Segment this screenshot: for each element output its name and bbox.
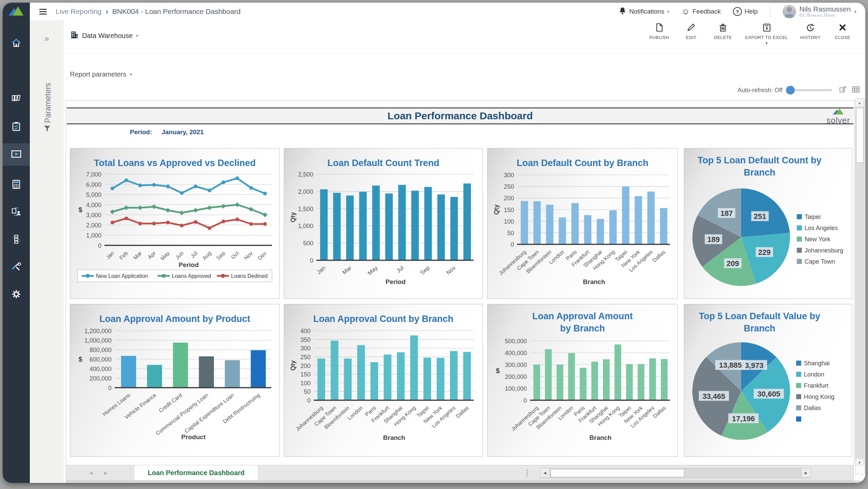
horizontal-scrollbar[interactable]: ◀ ▶ (540, 468, 811, 478)
data-source-label: Data Warehouse (82, 32, 133, 40)
settings-gear-icon (11, 289, 21, 301)
svg-text:Cape Town: Cape Town (805, 258, 835, 265)
scroll-right-icon[interactable]: ▶ (801, 468, 810, 477)
tab-splitter-handle[interactable] (527, 469, 528, 477)
svg-text:250: 250 (504, 183, 514, 190)
edit-button[interactable]: EDIT (681, 23, 701, 45)
table-view-icon[interactable] (852, 86, 860, 95)
chart-loan-approval-amount-by-product: Loan Approval Amount by Product0200,0004… (70, 304, 280, 457)
sidebar-item-hierarchy[interactable] (3, 229, 30, 251)
history-button[interactable]: HISTORY (800, 23, 821, 45)
svg-text:0: 0 (310, 257, 313, 264)
svg-text:50: 50 (304, 388, 311, 395)
svg-text:Loan Default Count by Branch: Loan Default Count by Branch (517, 158, 649, 168)
solver-logo-text: solver (826, 117, 850, 124)
svg-text:Product: Product (181, 433, 206, 441)
svg-text:Oct: Oct (230, 250, 240, 260)
report-action-bar: Data Warehouse ▾ PUBLISH EDIT DELETE X E… (64, 20, 865, 53)
svg-text:1,500: 1,500 (298, 206, 313, 212)
user-account: 01. Banking Demo (800, 13, 851, 18)
sidebar-item-admin-tools[interactable] (3, 256, 30, 279)
svg-text:200,000: 200,000 (505, 373, 527, 380)
auto-refresh-slider-knob[interactable] (786, 86, 795, 95)
dashboard-document: Loan Performance Dashboard solver Period… (66, 100, 854, 466)
svg-text:Jan: Jan (105, 250, 115, 260)
bell-icon (618, 7, 627, 17)
svg-text:600,000: 600,000 (90, 356, 112, 363)
scroll-left-icon[interactable]: ◀ (540, 468, 550, 477)
svg-text:200: 200 (300, 363, 311, 369)
sidebar-item-tasks[interactable] (3, 116, 30, 138)
svg-text:30,605: 30,605 (757, 390, 780, 398)
calculator-icon (11, 179, 21, 191)
sidebar-item-home[interactable] (3, 33, 30, 55)
report-parameters-toggle[interactable]: Report parameters ▾ (70, 70, 132, 78)
popout-icon[interactable] (839, 85, 847, 95)
vertical-scrollbar-thumb[interactable] (856, 108, 864, 163)
divider (770, 6, 770, 17)
scroll-up-icon[interactable]: ▲ (855, 99, 864, 107)
svg-text:Dec: Dec (257, 250, 268, 261)
svg-text:Qty: Qty (290, 360, 296, 370)
breadcrumb-section[interactable]: Live Reporting (56, 7, 101, 16)
sheet-tab-active[interactable]: Loan Performance Dashboard (134, 465, 258, 480)
top-bar: Live Reporting › BNK004 - Loan Performan… (30, 3, 865, 21)
svg-text:33,465: 33,465 (703, 392, 725, 401)
sheet-tab-bar: ◀ ▶ Loan Performance Dashboard ◀ ▶ (66, 465, 854, 481)
data-sync-user-icon (11, 207, 22, 218)
feedback-button[interactable]: ☺ Feedback (682, 7, 721, 16)
auto-refresh-slider[interactable] (787, 89, 832, 91)
svg-text:Loans Approved: Loans Approved (172, 273, 211, 279)
notifications-label: Notifications (629, 8, 665, 15)
vertical-scrollbar[interactable]: ▲ ▼ (855, 98, 865, 467)
close-button[interactable]: CLOSE (833, 23, 852, 45)
sidebar-item-archives[interactable] (3, 87, 30, 110)
svg-text:300,000: 300,000 (505, 362, 527, 368)
horizontal-scrollbar-thumb[interactable] (551, 469, 684, 477)
delete-button[interactable]: DELETE (713, 23, 733, 45)
notifications-button[interactable]: Notifications ▾ (618, 7, 669, 17)
svg-text:3,000: 3,000 (86, 212, 101, 219)
help-button[interactable]: ? Help (733, 7, 758, 16)
svg-text:Branch: Branch (589, 434, 611, 441)
svg-text:Jan: Jan (316, 265, 327, 276)
svg-text:250: 250 (300, 354, 311, 361)
feedback-label: Feedback (692, 8, 721, 15)
publish-button[interactable]: PUBLISH (649, 23, 669, 45)
user-menu[interactable]: Nils Rasmussen 01. Banking Demo ▾ (783, 5, 856, 18)
prev-sheet-icon[interactable]: ◀ (89, 470, 93, 475)
svg-text:Aug: Aug (201, 250, 212, 261)
filter-funnel-icon[interactable] (43, 125, 51, 134)
chart-top5-loan-default-count-by-branch: Top 5 Loan Default Count byBranch2512292… (684, 148, 852, 299)
svg-text:Shanghai: Shanghai (804, 360, 830, 367)
parameters-panel: » Parameters (30, 20, 64, 483)
sidebar-item-reports[interactable] (3, 143, 30, 166)
chart-loan-default-count-by-branch: Loan Default Count by Branch050100150200… (487, 148, 678, 299)
svg-text:Jul: Jul (395, 265, 405, 274)
svg-text:150: 150 (300, 371, 311, 378)
svg-text:7,000: 7,000 (86, 171, 101, 178)
svg-text:6,000: 6,000 (86, 181, 101, 188)
menu-hamburger-icon[interactable] (39, 7, 47, 16)
svg-text:London: London (804, 371, 824, 378)
svg-text:1,200,000: 1,200,000 (84, 328, 112, 334)
sidebar-item-settings[interactable] (3, 284, 30, 306)
history-clock-icon (806, 23, 815, 33)
data-source-dropdown[interactable]: Data Warehouse ▾ (70, 30, 138, 41)
export-to-excel-button[interactable]: X EXPORT TO EXCEL ▾ (745, 23, 788, 45)
period-row: Period: January, 2021 (130, 128, 204, 136)
dashboard-title: Loan Performance Dashboard (388, 110, 533, 122)
excel-export-icon: X (762, 23, 771, 33)
collapse-panel-icon[interactable]: » (30, 34, 64, 43)
svg-text:Branch: Branch (583, 278, 605, 285)
breadcrumb-separator-icon: › (105, 7, 108, 16)
binders-icon (11, 93, 21, 104)
publish-page-icon (655, 23, 664, 33)
sidebar-item-calculator[interactable] (3, 174, 30, 196)
chart-total-loans-vs-approved-vs-declined: Total Loans vs Approved vs Declined01,00… (70, 148, 280, 299)
app-logo-icon (8, 5, 24, 17)
next-sheet-icon[interactable]: ▶ (104, 470, 107, 475)
svg-text:5,000: 5,000 (86, 191, 101, 198)
home-icon (11, 38, 21, 49)
sidebar-item-data-sync[interactable] (3, 201, 30, 224)
